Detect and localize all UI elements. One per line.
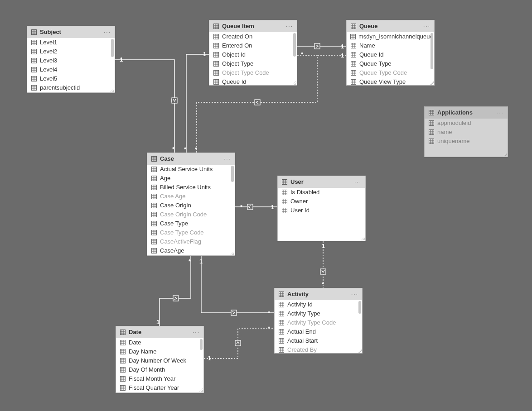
entity-header[interactable]: Date··· xyxy=(116,326,203,338)
column-icon xyxy=(213,79,219,85)
field-row[interactable]: Case Origin Code xyxy=(147,210,235,219)
resize-grip[interactable] xyxy=(198,387,203,392)
field-row[interactable]: Age xyxy=(147,174,235,183)
field-row[interactable]: Activity Type Code xyxy=(275,318,362,327)
field-row[interactable]: Level1 xyxy=(27,38,115,47)
entity-menu-button[interactable]: ··· xyxy=(224,156,231,162)
field-row[interactable]: Created On xyxy=(209,32,297,41)
field-row[interactable]: Is Disabled xyxy=(278,188,365,197)
field-row[interactable]: Day Number Of Week xyxy=(116,356,203,365)
field-row[interactable]: Fiscal Quarter Year xyxy=(116,383,203,392)
resize-grip[interactable] xyxy=(429,80,434,85)
entity-menu-button[interactable]: ··· xyxy=(354,179,362,185)
field-row[interactable]: Entered On xyxy=(209,41,297,50)
table-icon xyxy=(213,23,219,29)
scrollbar-thumb[interactable] xyxy=(231,166,234,182)
field-row[interactable]: uniquename xyxy=(425,137,508,146)
field-row[interactable]: appmoduleid xyxy=(425,119,508,128)
field-row[interactable]: CaseAge xyxy=(147,246,235,255)
entity-header[interactable]: Applications··· xyxy=(425,107,508,119)
column-icon xyxy=(31,39,37,46)
entity-subject[interactable]: Subject···Level1Level2Level3Level4Level5… xyxy=(27,26,115,93)
field-list: Is DisabledOwnerUser Id xyxy=(278,188,365,241)
field-label: appmoduleid xyxy=(437,119,471,126)
resize-grip[interactable] xyxy=(503,152,507,156)
entity-menu-button[interactable]: ··· xyxy=(351,291,358,297)
field-row[interactable]: Actual Service Units xyxy=(147,165,235,174)
field-row[interactable]: Queue Type xyxy=(347,59,434,68)
entity-applications[interactable]: Applications···appmoduleidnameuniquename xyxy=(424,106,508,157)
scrollbar-thumb[interactable] xyxy=(358,301,361,314)
field-row[interactable]: Queue View Type xyxy=(347,77,434,85)
entity-queueitem[interactable]: Queue Item···Created OnEntered OnObject … xyxy=(209,20,297,86)
field-row[interactable]: User Id xyxy=(278,206,365,215)
entity-queue[interactable]: Queue···msdyn_isomnichannelqueueNameQueu… xyxy=(346,20,435,86)
resize-grip[interactable] xyxy=(110,87,114,92)
field-row[interactable]: name xyxy=(425,128,508,137)
field-row[interactable]: Owner xyxy=(278,197,365,206)
field-row[interactable]: Queue Type Code xyxy=(347,68,434,77)
field-row[interactable]: msdyn_isomnichannelqueue xyxy=(347,32,434,41)
entity-menu-button[interactable]: ··· xyxy=(497,110,504,116)
diagram-canvas[interactable]: Subject···Level1Level2Level3Level4Level5… xyxy=(0,0,532,411)
entity-case[interactable]: Case···Actual Service UnitsAgeBilled Ser… xyxy=(147,153,235,256)
entity-header[interactable]: Activity··· xyxy=(275,288,362,300)
entity-header[interactable]: Queue Item··· xyxy=(209,20,297,32)
entity-user[interactable]: User···Is DisabledOwnerUser Id xyxy=(277,176,366,241)
field-row[interactable]: Actual Start xyxy=(275,336,362,345)
entity-header[interactable]: Queue··· xyxy=(347,20,434,32)
field-row[interactable]: Fiscal Month Year xyxy=(116,374,203,383)
resize-grip[interactable] xyxy=(292,80,296,85)
cardinality-label: * xyxy=(189,258,191,265)
field-row[interactable]: Date xyxy=(116,338,203,347)
field-row[interactable]: Queue Id xyxy=(209,77,297,85)
scrollbar-thumb[interactable] xyxy=(111,39,114,57)
scrollbar-thumb[interactable] xyxy=(430,33,433,69)
field-row[interactable]: Activity Id xyxy=(275,300,362,309)
field-row[interactable]: Level4 xyxy=(27,65,115,74)
field-row[interactable]: Queue Id xyxy=(347,50,434,59)
field-row[interactable]: Level2 xyxy=(27,47,115,56)
entity-header[interactable]: Case··· xyxy=(147,153,235,165)
field-row[interactable]: Object Id xyxy=(209,50,297,59)
cardinality-label: 1 xyxy=(341,52,344,59)
field-row[interactable]: Created By xyxy=(275,345,362,353)
entity-header[interactable]: User··· xyxy=(278,176,365,188)
field-row[interactable]: CaseActiveFlag xyxy=(147,237,235,246)
field-row[interactable]: Level5 xyxy=(27,74,115,83)
field-row[interactable]: Name xyxy=(347,41,434,50)
field-row[interactable]: Case Origin xyxy=(147,201,235,210)
field-row[interactable]: Case Type Code xyxy=(147,228,235,237)
field-row[interactable]: Actual End xyxy=(275,327,362,336)
field-label: Entered On xyxy=(222,42,252,49)
resize-grip[interactable] xyxy=(357,348,362,353)
resize-grip[interactable] xyxy=(230,250,234,255)
resize-grip[interactable] xyxy=(360,236,365,240)
entity-menu-button[interactable]: ··· xyxy=(423,23,430,29)
entity-menu-button[interactable]: ··· xyxy=(193,329,200,335)
field-row[interactable]: Billed Service Units xyxy=(147,183,235,192)
svg-rect-102 xyxy=(351,61,356,66)
field-row[interactable]: Object Type xyxy=(209,59,297,68)
field-row[interactable]: Case Type xyxy=(147,219,235,228)
field-label: Case Type Code xyxy=(160,229,204,236)
field-row[interactable]: Day Name xyxy=(116,347,203,356)
scrollbar-thumb[interactable] xyxy=(293,33,296,57)
svg-rect-142 xyxy=(152,167,157,172)
scrollbar-thumb[interactable] xyxy=(200,339,203,350)
entity-date[interactable]: Date···DateDay NameDay Number Of WeekDay… xyxy=(116,326,204,393)
entity-menu-button[interactable]: ··· xyxy=(286,23,293,29)
field-label: Actual Start xyxy=(287,337,318,344)
field-label: Case Type xyxy=(160,220,188,227)
field-list: Actual Service UnitsAgeBilled Service Un… xyxy=(147,165,235,255)
entity-activity[interactable]: Activity···Activity IdActivity TypeActiv… xyxy=(274,288,363,354)
field-row[interactable]: parentsubjectid xyxy=(27,83,115,92)
field-row[interactable]: Activity Type xyxy=(275,309,362,318)
field-row[interactable]: Case Age xyxy=(147,192,235,201)
entity-menu-button[interactable]: ··· xyxy=(104,29,111,35)
entity-header[interactable]: Subject··· xyxy=(27,26,115,38)
column-icon xyxy=(213,70,219,76)
field-row[interactable]: Level3 xyxy=(27,56,115,65)
field-row[interactable]: Day Of Month xyxy=(116,365,203,374)
field-row[interactable]: Object Type Code xyxy=(209,68,297,77)
